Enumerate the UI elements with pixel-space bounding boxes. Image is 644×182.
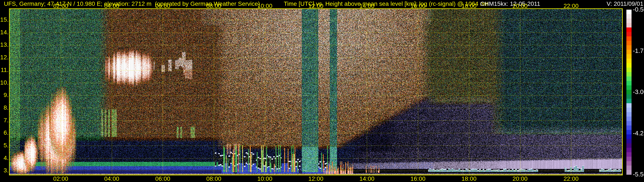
x-tick-label-bottom: 14:00 [356,176,377,182]
x-tick-label-top: 20:00 [510,3,530,9]
x-tick-label-top: 10:00 [254,3,275,9]
y-tick-label: 6. [0,130,8,136]
x-tick-label-bottom: 10:00 [254,176,275,182]
x-tick-label-top: 16:00 [408,3,428,9]
x-tick-label-bottom: 18:00 [459,176,479,182]
x-tick-label-bottom: 06:00 [152,176,173,182]
y-tick-label: 7. [0,117,8,124]
y-tick-label: 9. [0,92,8,98]
colorbar-tick-label: -4.25 [633,130,644,136]
y-tick-label: 10. [0,80,8,86]
colorbar-tick-label: -0.50 [633,6,644,13]
x-tick-label-top: 04:00 [102,3,122,9]
colorbar-tick-label: -5.50 [633,171,644,178]
colorbar-tick-label: -1.75 [633,48,644,54]
y-tick-label: 14. [0,29,8,36]
lidar-heatmap-canvas [0,0,644,182]
x-tick-label-top: 14:00 [356,3,377,9]
y-tick-label: 15. [0,16,8,23]
y-tick-label: 8. [0,104,8,111]
x-tick-label-bottom: 22:00 [561,176,581,182]
y-tick-label: 5. [0,142,8,149]
x-tick-label-top: 18:00 [459,3,479,9]
x-tick-label-top: 12:00 [306,3,326,9]
x-tick-label-bottom: 04:00 [102,176,122,182]
x-tick-label-top: 22:00 [561,3,581,9]
x-tick-label-top: 06:00 [152,3,173,9]
x-tick-label-bottom: 12:00 [306,176,326,182]
ceilometer-quicklook: UFS, Germany; 47.417 N / 10.980 E; eleva… [0,0,644,182]
x-tick-label-bottom: 20:00 [510,176,530,182]
colorbar-tick-label: -3.00 [633,89,644,95]
y-tick-label: 12. [0,54,8,61]
x-tick-label-bottom: 02:00 [50,176,71,182]
y-tick-label: 13. [0,42,8,48]
y-tick-label: 4. [0,155,8,161]
y-tick-label: 3. [0,167,8,174]
x-tick-label-top: 08:00 [204,3,224,9]
x-tick-label-top: 02:00 [50,3,71,9]
y-tick-label: 11. [0,67,8,73]
x-tick-label-bottom: 08:00 [204,176,224,182]
x-tick-label-bottom: 16:00 [408,176,428,182]
